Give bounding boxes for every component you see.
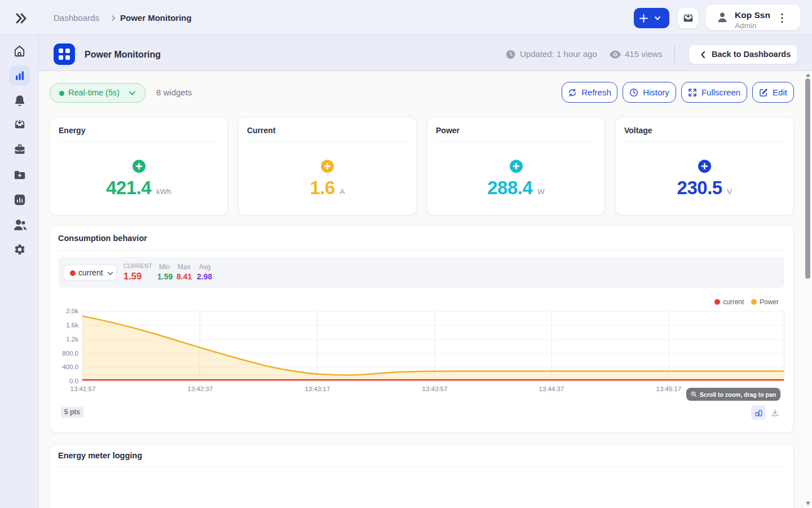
svg-text:2.0k: 2.0k — [66, 308, 78, 314]
svg-text:1.2k: 1.2k — [66, 336, 78, 343]
svg-text:13:44:37: 13:44:37 — [539, 386, 564, 392]
svg-text:13:45:17: 13:45:17 — [656, 386, 682, 392]
svg-text:current: current — [723, 298, 744, 306]
svg-text:13:43:17: 13:43:17 — [305, 386, 330, 392]
svg-text:13:43:57: 13:43:57 — [422, 386, 448, 392]
svg-text:1.6k: 1.6k — [66, 322, 78, 329]
svg-text:13:41:57: 13:41:57 — [70, 386, 96, 392]
svg-text:0.0: 0.0 — [69, 378, 78, 384]
svg-text:800.0: 800.0 — [62, 350, 78, 357]
svg-text:400.0: 400.0 — [62, 364, 78, 370]
svg-text:Power: Power — [760, 298, 779, 306]
svg-text:13:42:37: 13:42:37 — [188, 386, 213, 392]
